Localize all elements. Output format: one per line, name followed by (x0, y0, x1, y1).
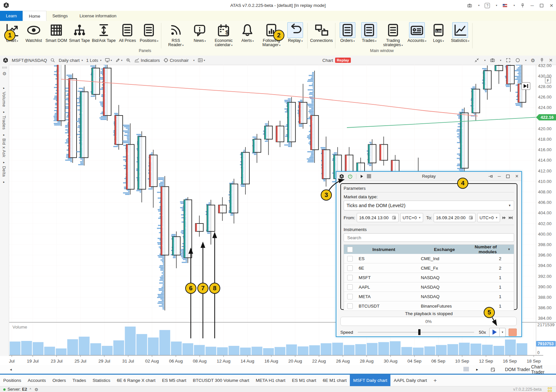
search-input[interactable] (347, 235, 511, 241)
speed-slider-thumb[interactable] (418, 329, 421, 335)
callout-3: 3 (321, 189, 332, 201)
callout-5: 5 (484, 307, 495, 318)
instruments-label: Instruments (344, 225, 514, 232)
svg-text:06 Sep: 06 Sep (431, 359, 445, 364)
svg-text:400.00: 400.00 (538, 232, 551, 237)
svg-text:04 Sep: 04 Sep (407, 359, 421, 364)
instrument-row-es[interactable]: ES CME_Ind 2 (344, 254, 514, 263)
row-checkbox[interactable] (347, 265, 353, 271)
svg-text:12 Sep: 12 Sep (479, 359, 493, 364)
to-date-input[interactable] (434, 213, 475, 222)
svg-text:394.00: 394.00 (538, 263, 551, 268)
svg-text:412.00: 412.00 (538, 169, 551, 173)
fast-forward-end-icon[interactable] (508, 215, 513, 220)
svg-text:06 Aug: 06 Aug (169, 359, 183, 364)
svg-text:31 Jul: 31 Jul (122, 359, 134, 364)
svg-text:390.00: 390.00 (538, 284, 551, 289)
svg-text:Volume: Volume (12, 325, 27, 330)
svg-text:422.16: 422.16 (541, 115, 554, 120)
fast-forward-icon[interactable] (502, 215, 507, 220)
svg-text:428.00: 428.00 (538, 84, 551, 89)
progress-value: 0% (425, 319, 432, 324)
dialog-minimize-icon[interactable]: ─ (498, 174, 501, 178)
row-checkbox[interactable] (347, 256, 353, 261)
instruments-table: Instrument Exchange Number of modules ▼ … (344, 244, 514, 311)
row-checkbox[interactable] (347, 294, 353, 299)
row-checkbox[interactable] (347, 284, 353, 290)
dialog-pin-icon[interactable] (488, 174, 493, 179)
record-stop-button[interactable] (509, 329, 517, 336)
svg-text:396.00: 396.00 (538, 253, 551, 258)
svg-text:20 Aug: 20 Aug (288, 359, 302, 364)
svg-text:408.00: 408.00 (538, 189, 551, 194)
svg-text:7910753: 7910753 (538, 342, 554, 346)
calendar-clock-icon[interactable] (392, 215, 396, 220)
svg-text:416.00: 416.00 (538, 147, 551, 152)
svg-text:22 Aug: 22 Aug (312, 359, 326, 364)
atas-window: 432.00430.00428.00426.00424.00422.00420.… (0, 0, 556, 392)
speed-label: Speed (340, 330, 353, 335)
start-playback-button[interactable] (489, 328, 500, 337)
svg-text:398.00: 398.00 (538, 242, 551, 247)
svg-text:16 Aug: 16 Aug (264, 359, 278, 364)
col-exchange[interactable]: Exchange (415, 247, 474, 252)
svg-text:02 Aug: 02 Aug (145, 359, 159, 364)
svg-text:404.00: 404.00 (538, 210, 551, 215)
svg-text:28 Aug: 28 Aug (360, 359, 374, 364)
to-label: To: (426, 215, 432, 220)
callout-1: 1 (4, 30, 15, 41)
svg-text:432.00: 432.00 (538, 63, 551, 68)
svg-text:08 Aug: 08 Aug (193, 359, 206, 364)
instrument-row-meta[interactable]: META NASDAQ 1 (344, 292, 514, 301)
svg-text:2171539: 2171539 (537, 322, 555, 327)
to-utc-select[interactable]: UTC+0▼ (477, 213, 500, 222)
svg-text:29 Jul: 29 Jul (99, 359, 110, 364)
market-data-type-select[interactable]: Ticks and the DOM (Level2)▼ (344, 201, 514, 210)
svg-text:406.00: 406.00 (538, 200, 551, 205)
svg-text:0: 0 (537, 350, 540, 355)
svg-text:12 Aug: 12 Aug (217, 359, 230, 364)
from-utc-select[interactable]: UTC+0▼ (400, 213, 423, 222)
svg-text:10 Sep: 10 Sep (455, 359, 469, 364)
svg-text:392.00: 392.00 (538, 274, 551, 279)
svg-text:30 Aug: 30 Aug (384, 359, 397, 364)
col-instrument[interactable]: Instrument (353, 247, 415, 252)
select-all-checkbox[interactable] (347, 247, 353, 252)
parameters-label: Parameters (344, 186, 514, 192)
playback-options-caret[interactable]: ▼ (500, 328, 506, 337)
svg-text:388.00: 388.00 (538, 295, 551, 300)
svg-text:23 Jul: 23 Jul (51, 359, 63, 364)
svg-text:402.00: 402.00 (538, 221, 551, 226)
playback-progress-bar: 0% (340, 317, 517, 326)
filter-caret-icon[interactable]: ▼ (508, 248, 511, 251)
row-checkbox[interactable] (347, 275, 353, 280)
market-data-type-label: Market data type: (344, 194, 514, 199)
speed-value: 50x (479, 330, 486, 335)
dialog-maximize-icon[interactable] (505, 174, 511, 179)
instruments-search[interactable] (344, 233, 514, 242)
svg-text:418.00: 418.00 (538, 137, 551, 142)
callout-7: 7 (197, 283, 208, 294)
from-date-input[interactable] (357, 213, 399, 222)
replay-dialog-header[interactable]: Replay ─ ✕ (336, 172, 521, 181)
callout-6: 6 (185, 283, 196, 294)
svg-text:386.00: 386.00 (538, 305, 551, 310)
svg-text:14 Aug: 14 Aug (241, 359, 254, 364)
instrument-row-6e[interactable]: 6E CME_Fx 2 (344, 263, 514, 273)
calendar-clock-icon[interactable] (469, 215, 473, 220)
instruments-table-header: Instrument Exchange Number of modules ▼ (344, 245, 514, 254)
svg-text:420.00: 420.00 (538, 126, 551, 131)
parameters-groupbox: Parameters Market data type: Ticks and t… (340, 183, 517, 310)
instrument-row-msft[interactable]: MSFT NASDAQ 1 (344, 273, 514, 282)
row-checkbox[interactable] (347, 303, 353, 309)
svg-text:410.00: 410.00 (538, 179, 551, 184)
dialog-close-icon[interactable]: ✕ (515, 174, 519, 178)
from-label: From: (344, 215, 355, 220)
instrument-row-aapl[interactable]: AAPL NASDAQ 1 (344, 282, 514, 292)
speed-slider[interactable] (358, 332, 474, 333)
callout-4: 4 (457, 178, 468, 189)
svg-text:F: F (547, 79, 549, 82)
svg-text:384.00: 384.00 (538, 316, 551, 321)
svg-text:424.00: 424.00 (538, 105, 551, 110)
callout-8: 8 (209, 283, 220, 294)
